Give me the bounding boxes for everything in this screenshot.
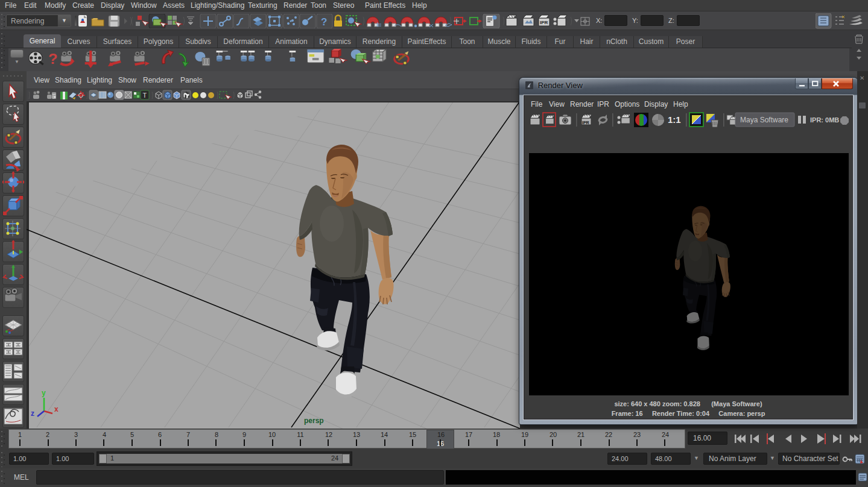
svg-text:T: T [143,92,147,99]
svg-text:persp: persp [304,416,324,425]
svg-text:x: x [54,405,59,413]
svg-text:?: ? [321,16,327,28]
svg-text:Maya Software: Maya Software [740,116,788,124]
svg-text:IPR: IPR [540,20,548,25]
svg-text:IPR: 0MB: IPR: 0MB [810,116,839,124]
svg-text:?: ? [48,51,58,67]
svg-text:1:1: 1:1 [668,115,681,125]
svg-text:y: y [42,389,46,397]
svg-text:z: z [31,409,34,418]
svg-text:IPR: IPR [582,121,589,125]
